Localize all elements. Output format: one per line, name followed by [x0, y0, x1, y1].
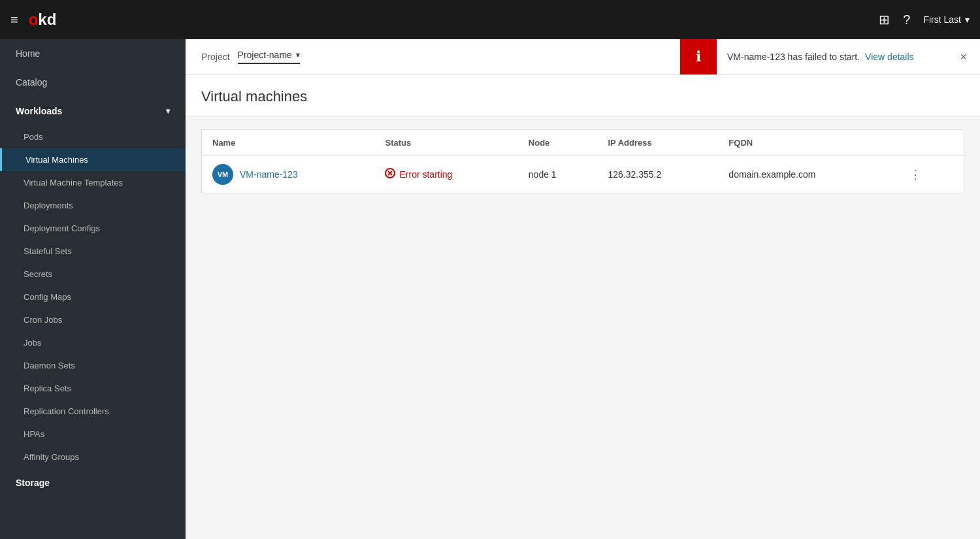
notification-icon-area: ℹ	[680, 39, 717, 74]
table-card: Name Status Node IP Address FQDN	[201, 129, 964, 193]
notification-view-details-link[interactable]: View details	[865, 52, 913, 62]
cell-actions: ⋮	[894, 156, 964, 193]
logo-rest: kd	[38, 10, 56, 28]
sidebar-home-label: Home	[16, 48, 40, 59]
cell-ip: 126.32.355.2	[597, 156, 718, 193]
help-icon[interactable]: ?	[903, 12, 910, 27]
sidebar-workloads-label: Workloads	[16, 106, 62, 116]
col-header-name: Name	[202, 130, 374, 156]
sidebar-item-stateful-sets[interactable]: Stateful Sets	[0, 240, 186, 263]
status-error: Error starting	[385, 168, 507, 181]
sidebar-item-secrets[interactable]: Secrets	[0, 263, 186, 286]
col-header-ip: IP Address	[597, 130, 718, 156]
top-bar-inner: Project Project-name ▾ ℹ VM-name-123 has…	[186, 39, 980, 74]
error-icon	[385, 168, 395, 181]
sidebar-hpas-label: HPAs	[24, 429, 44, 439]
project-label: Project	[201, 52, 230, 62]
notification-banner: ℹ VM-name-123 has failed to start. View …	[679, 39, 980, 74]
sidebar-item-home[interactable]: Home	[0, 39, 186, 68]
layout: Home Catalog Workloads ▾ Pods Virtual Ma…	[0, 39, 980, 539]
app-logo: okd	[29, 10, 57, 29]
sidebar-replica-sets-label: Replica Sets	[24, 384, 71, 393]
sidebar-daemon-sets-label: Daemon Sets	[24, 361, 75, 370]
table-body: VM VM-name-123	[202, 156, 964, 193]
sidebar-deployment-configs-label: Deployment Configs	[24, 223, 100, 233]
vm-name[interactable]: VM-name-123	[240, 169, 298, 180]
hamburger-menu[interactable]: ≡	[10, 12, 18, 27]
grid-icon[interactable]: ⊞	[879, 12, 890, 27]
sidebar-item-replica-sets[interactable]: Replica Sets	[0, 377, 186, 400]
kebab-menu-button[interactable]: ⋮	[904, 165, 926, 184]
sidebar-item-virtual-machine-templates[interactable]: Virtual Machine Templates	[0, 171, 186, 194]
top-bar-area: Project Project-name ▾ ℹ VM-name-123 has…	[186, 39, 980, 75]
sidebar-item-virtual-machines[interactable]: Virtual Machines	[0, 148, 186, 171]
topnav-right-area: ⊞ ? First Last ▾	[879, 12, 970, 27]
top-navigation: ≡ okd ⊞ ? First Last ▾	[0, 0, 980, 39]
sidebar-jobs-label: Jobs	[24, 338, 41, 348]
sidebar-cron-jobs-label: Cron Jobs	[24, 315, 62, 325]
sidebar-item-config-maps[interactable]: Config Maps	[0, 286, 186, 308]
notification-content-area: VM-name-123 has failed to start. View de…	[717, 39, 980, 74]
logo-red: o	[29, 10, 39, 28]
sidebar-item-deployment-configs[interactable]: Deployment Configs	[0, 217, 186, 240]
sidebar-item-cron-jobs[interactable]: Cron Jobs	[0, 308, 186, 331]
sidebar-pods-label: Pods	[24, 132, 43, 142]
sidebar-storage-label: Storage	[16, 478, 50, 488]
cell-status: Error starting	[374, 156, 517, 193]
sidebar-item-deployments[interactable]: Deployments	[0, 194, 186, 217]
sidebar-stateful-sets-label: Stateful Sets	[24, 246, 72, 256]
table-row: VM VM-name-123	[202, 156, 964, 193]
sidebar-item-hpas[interactable]: HPAs	[0, 423, 186, 446]
cell-fqdn: domain.example.com	[718, 156, 893, 193]
sidebar-item-daemon-sets[interactable]: Daemon Sets	[0, 354, 186, 377]
sidebar-replication-controllers-label: Replication Controllers	[24, 406, 109, 416]
workloads-chevron-icon: ▾	[166, 106, 170, 116]
user-chevron-icon: ▾	[965, 14, 970, 25]
sidebar-item-jobs[interactable]: Jobs	[0, 331, 186, 354]
sidebar-catalog-label: Catalog	[16, 77, 47, 88]
page-header: Virtual machines	[186, 75, 980, 116]
sidebar-item-pods[interactable]: Pods	[0, 125, 186, 148]
col-header-actions	[894, 130, 964, 156]
user-menu[interactable]: First Last ▾	[923, 14, 970, 25]
sidebar-item-affinity-groups[interactable]: Affinity Groups	[0, 446, 186, 468]
sidebar-secrets-label: Secrets	[24, 269, 52, 279]
col-header-node: Node	[518, 130, 598, 156]
page-title: Virtual machines	[201, 88, 964, 105]
table-header: Name Status Node IP Address FQDN	[202, 130, 964, 156]
logo-text: okd	[29, 10, 57, 29]
sidebar-item-replication-controllers[interactable]: Replication Controllers	[0, 400, 186, 423]
notification-message: VM-name-123 has failed to start.	[727, 52, 860, 62]
sidebar-affinity-groups-label: Affinity Groups	[24, 452, 79, 462]
sidebar-config-maps-label: Config Maps	[24, 292, 71, 302]
sidebar-deployments-label: Deployments	[24, 201, 73, 210]
sidebar: Home Catalog Workloads ▾ Pods Virtual Ma…	[0, 39, 186, 539]
vm-avatar: VM	[212, 164, 233, 185]
sidebar-vm-label: Virtual Machines	[25, 155, 88, 165]
project-name: Project-name	[238, 50, 292, 60]
sidebar-item-catalog[interactable]: Catalog	[0, 68, 186, 97]
vm-name-cell: VM VM-name-123	[212, 164, 364, 185]
vm-table: Name Status Node IP Address FQDN	[202, 130, 964, 193]
project-chevron-icon: ▾	[296, 50, 300, 59]
table-header-row: Name Status Node IP Address FQDN	[202, 130, 964, 156]
notification-close-button[interactable]: ×	[957, 48, 970, 67]
cell-name: VM VM-name-123	[202, 156, 374, 193]
sidebar-vmt-label: Virtual Machine Templates	[24, 178, 123, 188]
cell-node: node 1	[518, 156, 598, 193]
table-container: Name Status Node IP Address FQDN	[186, 116, 980, 539]
user-label: First Last	[923, 14, 961, 25]
status-text: Error starting	[399, 169, 452, 180]
sidebar-item-workloads[interactable]: Workloads ▾	[0, 97, 186, 125]
sidebar-item-storage[interactable]: Storage	[0, 468, 186, 497]
notification-alert-icon: ℹ	[696, 48, 701, 65]
col-header-fqdn: FQDN	[718, 130, 893, 156]
project-selector[interactable]: Project-name ▾	[238, 50, 300, 64]
main-content: Project Project-name ▾ ℹ VM-name-123 has…	[186, 39, 980, 539]
col-header-status: Status	[374, 130, 517, 156]
